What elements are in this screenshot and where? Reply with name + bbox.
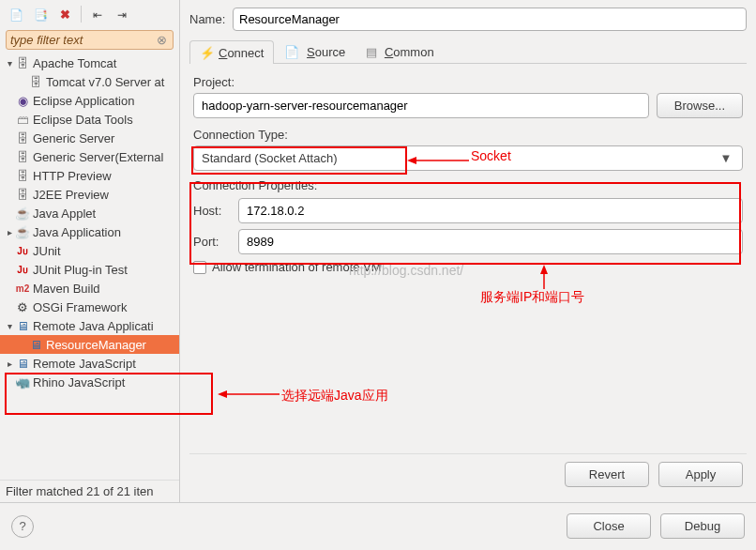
- tab-bar: ⚡ CConnectonnect 📄 Source ▤ Common: [189, 40, 747, 64]
- svg-marker-3: [540, 265, 548, 274]
- tree-item-label: OSGi Framework: [33, 300, 127, 314]
- tree-item-label: Remote JavaScript: [33, 357, 136, 371]
- tree-item[interactable]: ▾🗄Apache Tomcat: [0, 53, 179, 72]
- filter-count-label: Filter matched 21 of 21 iten: [0, 480, 179, 502]
- allow-termination-label: Allow termination of remote VM: [212, 260, 382, 274]
- right-panel: Name: ⚡ CConnectonnect 📄 Source ▤ Common…: [180, 0, 756, 502]
- tree-item-label: Apache Tomcat: [33, 56, 116, 70]
- tree-item-selected[interactable]: 🖥ResourceManager: [0, 335, 179, 354]
- eclipse-icon: ◉: [15, 94, 30, 108]
- tree-item[interactable]: ▸☕Java Application: [0, 222, 179, 241]
- name-input[interactable]: [233, 8, 747, 31]
- ju-icon: Jᴜ: [15, 246, 30, 256]
- db-icon: 🗃: [15, 113, 30, 127]
- common-icon: ▤: [366, 45, 377, 59]
- project-input[interactable]: [193, 93, 649, 118]
- collapse-icon: [93, 8, 102, 22]
- m2-icon: m2: [15, 283, 30, 294]
- clear-filter-icon[interactable]: ⊗: [157, 33, 167, 47]
- tree-item-label: Maven Build: [33, 282, 100, 296]
- browse-button[interactable]: Browse...: [657, 93, 743, 118]
- server-icon: 🗄: [15, 188, 30, 202]
- tree-item[interactable]: m2Maven Build: [0, 279, 179, 298]
- tree-item[interactable]: 🗄Tomcat v7.0 Server at: [0, 72, 179, 91]
- tree-item[interactable]: ◉Eclipse Application: [0, 91, 179, 110]
- chevron-down-icon: ▼: [718, 151, 734, 165]
- expand-icon: [117, 8, 127, 22]
- server-icon: 🗄: [15, 150, 30, 164]
- tree-item[interactable]: ☕Java Applet: [0, 204, 179, 222]
- tree-item-label: Rhino JavaScript: [33, 375, 125, 390]
- project-label: Project:: [193, 75, 743, 89]
- tab-common[interactable]: ▤ Common: [355, 40, 444, 63]
- remote-icon: 🖥: [15, 319, 30, 333]
- host-input[interactable]: [238, 198, 743, 223]
- server-icon: 🗄: [15, 56, 30, 70]
- tree-item[interactable]: 🦏Rhino JavaScript: [0, 373, 179, 391]
- tree-item[interactable]: 🗃Eclipse Data Tools: [0, 110, 179, 129]
- annotation-arrow-server: [538, 265, 550, 289]
- tree-item-label: HTTP Preview: [33, 169, 112, 183]
- remote-icon: 🖥: [28, 338, 43, 352]
- tree-arrow-icon: ▾: [4, 58, 15, 69]
- tree-item[interactable]: JᴜJUnit Plug-in Test: [0, 260, 179, 279]
- ju-icon: Jᴜ: [15, 265, 30, 275]
- tree-item-label: Java Application: [33, 225, 121, 239]
- host-label: Host:: [193, 204, 233, 218]
- tree-item-label: Eclipse Data Tools: [33, 113, 133, 127]
- annotation-server-ip-port: 服务端IP和端口号: [480, 289, 584, 306]
- toolbar-separator: [81, 6, 82, 23]
- tree-item[interactable]: 🗄Generic Server: [0, 129, 179, 147]
- tree-item[interactable]: ⚙OSGi Framework: [0, 298, 179, 316]
- tree-item[interactable]: 🗄Generic Server(External: [0, 147, 179, 166]
- debug-button[interactable]: Debug: [660, 513, 745, 539]
- config-tree[interactable]: ▾🗄Apache Tomcat🗄Tomcat v7.0 Server at◉Ec…: [0, 52, 179, 480]
- revert-apply-row: Revert Apply: [189, 453, 747, 495]
- collapse-all-button[interactable]: [87, 4, 108, 24]
- revert-button[interactable]: Revert: [565, 462, 649, 487]
- connection-type-value: Standard (Socket Attach): [202, 151, 338, 165]
- tree-item-label: JUnit: [33, 244, 61, 258]
- tree-item[interactable]: 🗄HTTP Preview: [0, 166, 179, 185]
- annotation-arrow-remote: [218, 389, 280, 400]
- annotation-arrow-socket: [407, 155, 469, 166]
- rhino-icon: 🦏: [15, 375, 30, 390]
- filter-wrap: ⊗: [0, 28, 179, 52]
- connection-properties-label: Connection Properties:: [193, 178, 743, 192]
- tree-arrow-icon: ▸: [4, 359, 15, 369]
- tree-item[interactable]: JᴜJUnit: [0, 241, 179, 260]
- allow-termination-checkbox[interactable]: [193, 261, 206, 274]
- port-input[interactable]: [238, 229, 743, 254]
- help-button[interactable]: ?: [11, 515, 34, 538]
- close-button[interactable]: Close: [567, 513, 651, 539]
- tree-item-label: ResourceManager: [46, 338, 146, 352]
- tree-item-label: JUnit Plug-in Test: [33, 263, 128, 277]
- new-config-button[interactable]: [6, 4, 26, 24]
- tree-item[interactable]: ▾🖥Remote Java Applicati: [0, 316, 179, 335]
- delete-config-button[interactable]: ✖: [54, 4, 75, 24]
- osgi-icon: ⚙: [15, 300, 30, 314]
- tree-item[interactable]: 🗄J2EE Preview: [0, 185, 179, 204]
- tree-item[interactable]: ▸🖥Remote JavaScript: [0, 354, 179, 373]
- java-icon: ☕: [15, 206, 30, 221]
- tree-arrow-icon: ▸: [4, 227, 15, 237]
- java-icon: ☕: [15, 225, 30, 239]
- tab-connect[interactable]: ⚡ CConnectonnect: [189, 40, 274, 64]
- duplicate-config-button[interactable]: [30, 4, 51, 24]
- new-icon: [9, 8, 23, 22]
- svg-marker-1: [407, 157, 416, 164]
- tab-source[interactable]: 📄 Source: [274, 40, 355, 63]
- dialog-footer: ? Close Debug: [0, 502, 756, 549]
- source-icon: 📄: [284, 45, 299, 59]
- left-panel: ✖ ⊗ ▾🗄Apache Tomcat🗄Tomcat v7.0 Server a…: [0, 0, 180, 502]
- tree-item-label: Tomcat v7.0 Server at: [46, 75, 164, 89]
- tree-item-label: Java Applet: [33, 206, 96, 221]
- delete-icon: ✖: [60, 8, 70, 22]
- apply-button[interactable]: Apply: [658, 462, 743, 487]
- duplicate-icon: [34, 8, 48, 22]
- filter-input[interactable]: [6, 30, 174, 50]
- tree-item-label: Remote Java Applicati: [33, 319, 154, 333]
- expand-all-button[interactable]: [112, 4, 132, 24]
- remote-icon: 🖥: [15, 357, 30, 371]
- server-icon: 🗄: [28, 75, 43, 89]
